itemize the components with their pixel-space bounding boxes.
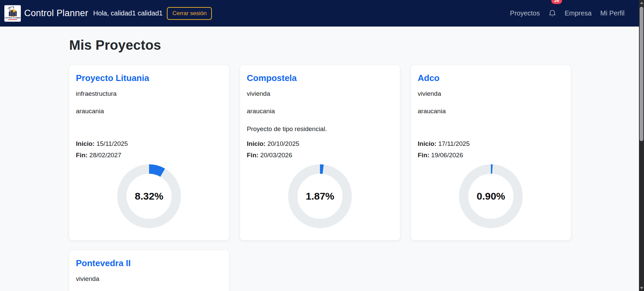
scrollbar-thumb[interactable]: [640, 7, 643, 141]
project-description: Proyecto de tipo residencial.: [247, 125, 393, 138]
scroll-down-button[interactable]: [639, 285, 644, 291]
progress-percentage: 0.90%: [459, 164, 523, 228]
notifications-button[interactable]: 26: [549, 9, 556, 17]
user-greeting: Hola, calidad1 calidad1: [93, 9, 163, 17]
project-card: Adco vivienda araucania Inicio: 17/11/20…: [411, 65, 571, 240]
project-card: Compostela vivienda araucania Proyecto d…: [240, 65, 400, 240]
control-planner-logo-icon: CONTROL PLANNER: [4, 5, 21, 22]
arrow-down-icon: [640, 287, 643, 289]
end-label: Fin:: [418, 152, 429, 159]
project-description: [76, 125, 222, 138]
bell-icon: [549, 9, 556, 17]
end-label: Fin:: [247, 152, 259, 159]
project-title-link[interactable]: Pontevedra II: [76, 258, 222, 269]
end-label: Fin:: [76, 152, 88, 159]
project-region: araucania: [247, 107, 393, 116]
project-dates: Inicio: 20/10/2025 Fin: 20/03/2026: [247, 138, 393, 161]
app-header: CONTROL PLANNER Control Planner Hola, ca…: [0, 0, 644, 27]
nav-link-mi-perfil[interactable]: Mi Perfil: [600, 9, 625, 17]
scroll-up-button[interactable]: [639, 0, 644, 6]
project-start-date: Inicio: 17/11/2025: [418, 138, 564, 150]
page-title: Mis Proyectos: [69, 38, 644, 53]
progress-percentage: 8.32%: [117, 164, 181, 228]
project-end-date: Fin: 20/03/2026: [247, 150, 393, 161]
project-start-date: Inicio: 15/11/2025: [76, 138, 222, 150]
project-end-date: Fin: 19/06/2026: [418, 150, 564, 161]
project-end-date: Fin: 28/02/2027: [76, 150, 222, 161]
nav-link-empresa[interactable]: Empresa: [565, 9, 592, 17]
main-content: Mis Proyectos Proyecto Lituania infraest…: [0, 27, 644, 291]
start-label: Inicio:: [247, 140, 266, 147]
project-title-link[interactable]: Proyecto Lituania: [76, 73, 222, 84]
arrow-up-icon: [640, 2, 643, 4]
start-label: Inicio:: [76, 140, 95, 147]
brand-title[interactable]: Control Planner: [24, 8, 88, 18]
project-card: Pontevedra II vivienda Inicio: Fin:: [69, 250, 229, 291]
progress-donut: 1.87%: [288, 164, 352, 228]
project-type: vivienda: [76, 275, 222, 284]
project-dates: Inicio: 17/11/2025 Fin: 19/06/2026: [418, 138, 564, 161]
project-dates: Inicio: 15/11/2025 Fin: 28/02/2027: [76, 138, 222, 161]
project-start-date: Inicio: 20/10/2025: [247, 138, 393, 150]
progress-percentage: 1.87%: [288, 164, 352, 228]
logo-text: CONTROL PLANNER: [5, 17, 21, 18]
notification-count-badge: 26: [551, 0, 562, 4]
projects-grid: Proyecto Lituania infraestructura arauca…: [69, 65, 571, 291]
project-description: [418, 125, 564, 138]
progress-donut: 0.90%: [459, 164, 523, 228]
progress-donut: 8.32%: [117, 164, 181, 228]
header-nav: Proyectos 26 Empresa Mi Perfil: [510, 9, 625, 17]
project-type: vivienda: [247, 89, 393, 98]
app-logo[interactable]: CONTROL PLANNER: [4, 5, 21, 22]
project-region: araucania: [418, 107, 564, 116]
vertical-scrollbar[interactable]: [639, 0, 644, 291]
project-title-link[interactable]: Adco: [418, 73, 564, 84]
nav-link-proyectos[interactable]: Proyectos: [510, 9, 540, 17]
project-type: infraestructura: [76, 89, 222, 98]
logout-button[interactable]: Cerrar sesión: [167, 7, 212, 20]
project-title-link[interactable]: Compostela: [247, 73, 393, 84]
project-region: araucania: [76, 107, 222, 116]
project-card: Proyecto Lituania infraestructura arauca…: [69, 65, 229, 240]
start-label: Inicio:: [418, 140, 436, 147]
project-type: vivienda: [418, 89, 564, 98]
